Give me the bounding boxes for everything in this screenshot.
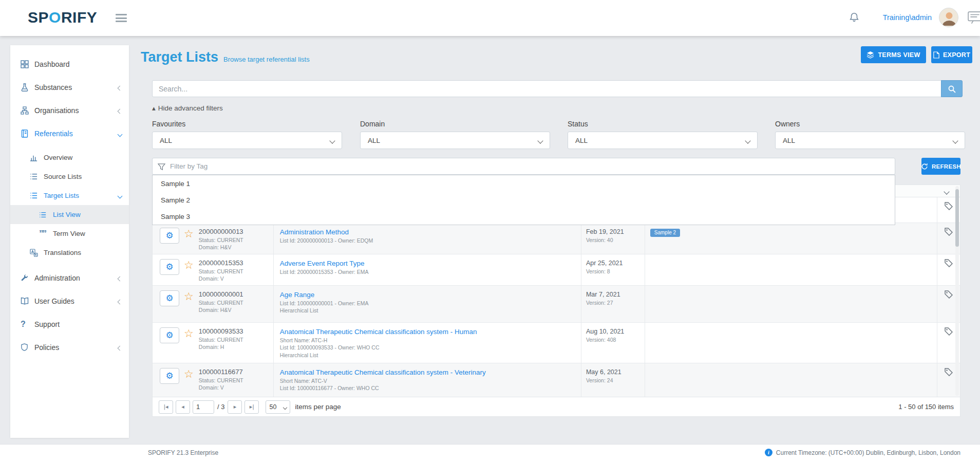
row-domain: Domain: H&V (199, 244, 243, 250)
favourite-star-icon[interactable]: ☆ (184, 328, 194, 339)
timezone-text: Current Timezone: (UTC+00:00) Dublin, Ed… (776, 449, 960, 456)
gear-icon: ⚙ (165, 331, 173, 340)
tag-filter-bar (152, 158, 895, 175)
favourite-star-icon[interactable]: ☆ (184, 260, 194, 271)
book-icon (21, 297, 34, 305)
caret-up-icon: ▴ (152, 104, 156, 112)
tag-icon[interactable] (945, 202, 953, 223)
first-page-button[interactable]: |◂ (159, 400, 173, 414)
chevron-left-icon (118, 274, 122, 282)
row-meta: List Id: 200000000013 - Owner: EDQM (280, 237, 581, 244)
owners-select-value: ALL (783, 137, 795, 144)
tag-option[interactable]: Sample 1 (153, 175, 895, 192)
sidebar-item-list-view[interactable]: List View (10, 205, 129, 224)
row-actions-button[interactable]: ⚙ (160, 368, 179, 384)
tag-icon[interactable] (945, 368, 953, 397)
sidebar-item-label: Term View (53, 230, 85, 237)
table-row[interactable]: ⚙ ☆ 200000015353 Status: CURRENT Domain:… (153, 254, 960, 286)
bar-chart-icon (30, 154, 44, 161)
prev-page-button[interactable]: ◂ (176, 400, 190, 414)
search-button[interactable] (941, 80, 963, 97)
avatar[interactable] (939, 8, 958, 27)
sidebar-item-organisations[interactable]: Organisations (10, 99, 129, 122)
tag-icon[interactable] (945, 228, 953, 254)
sidebar-item-label: Referentials (34, 130, 73, 138)
list-name-link[interactable]: Anatomical Therapeutic Chemical classifi… (280, 368, 581, 376)
sidebar-item-label: Translations (44, 249, 81, 256)
hamburger-menu-icon[interactable] (116, 14, 127, 24)
list-name-link[interactable]: Administration Method (280, 228, 581, 236)
domain-select[interactable]: ALL (360, 132, 550, 149)
sidebar-item-administration[interactable]: Administration (10, 266, 129, 289)
row-date: Aug 10, 2021 (586, 328, 645, 335)
export-file-icon (933, 51, 939, 59)
scrollbar-thumb[interactable] (955, 189, 959, 247)
row-actions-button[interactable]: ⚙ (160, 228, 179, 244)
row-meta: List Id: 100000116677 - Owner: WHO CC (280, 385, 581, 391)
list-name-link[interactable]: Age Range (280, 291, 581, 299)
refresh-label: REFRESH (932, 163, 961, 170)
chat-bubble-icon[interactable] (968, 11, 980, 25)
flask-icon (21, 83, 34, 91)
hide-advanced-filters-toggle[interactable]: ▴ Hide advanced filters (152, 104, 223, 112)
favourite-star-icon[interactable]: ☆ (184, 229, 194, 239)
favourite-star-icon[interactable]: ☆ (184, 291, 194, 302)
table-row[interactable]: ⚙ ☆ 100000000001 Status: CURRENT Domain:… (153, 286, 960, 323)
row-status: Status: CURRENT (199, 377, 243, 383)
items-per-page-select[interactable]: 50 (266, 400, 290, 414)
page-title-bar: Target Lists Browse target referential l… (141, 49, 310, 65)
tag-option[interactable]: Sample 3 (153, 208, 895, 225)
table-row[interactable]: ⚙ ☆ 100000116677 Status: CURRENT Domain:… (153, 363, 960, 397)
tag-icon[interactable] (945, 259, 953, 285)
owners-select[interactable]: ALL (775, 132, 965, 149)
user-menu[interactable]: Training\admin (867, 13, 932, 22)
chevron-left-icon (118, 83, 122, 91)
page-number-input[interactable] (193, 400, 214, 414)
list-id: 100000116677 (199, 368, 243, 376)
list-name-link[interactable]: Adverse Event Report Type (280, 260, 581, 267)
sidebar-item-substances[interactable]: Substances (10, 76, 129, 99)
sidebar-item-translations[interactable]: Translations (10, 243, 129, 262)
sidebar-item-user-guides[interactable]: User Guides (10, 289, 129, 312)
last-page-button[interactable]: ▸| (244, 400, 259, 414)
list-name-link[interactable]: Anatomical Therapeutic Chemical classifi… (280, 328, 581, 336)
row-actions-button[interactable]: ⚙ (160, 259, 179, 275)
sidebar-item-dashboard[interactable]: Dashboard (10, 52, 129, 76)
sidebar-item-referentials[interactable]: Referentials (10, 122, 129, 145)
chevron-left-icon (118, 343, 122, 352)
advanced-filters-label: Hide advanced filters (158, 104, 223, 112)
tag-option[interactable]: Sample 2 (153, 192, 895, 208)
table-row[interactable]: ⚙ ☆ 100000093533 Status: CURRENT Domain:… (153, 323, 960, 363)
row-actions-button[interactable]: ⚙ (160, 290, 179, 306)
next-page-button[interactable]: ▸ (228, 400, 242, 414)
column-options-chevron-icon[interactable] (945, 187, 949, 196)
top-header: SPORIFY Training\admin (0, 0, 980, 36)
sidebar-item-overview[interactable]: Overview (10, 148, 129, 167)
sidebar-item-source-lists[interactable]: Source Lists (10, 167, 129, 186)
table-row[interactable]: ⚙ ☆ 200000000013 Status: CURRENT Domain:… (153, 223, 960, 254)
page-title: Target Lists (141, 49, 218, 65)
favourites-select[interactable]: ALL (152, 132, 342, 149)
list-id: 200000015353 (199, 259, 243, 267)
domain-filter-label: Domain (360, 120, 385, 128)
favourite-star-icon[interactable]: ☆ (184, 369, 194, 380)
tag-icon[interactable] (945, 327, 953, 363)
tag-filter-input[interactable] (153, 158, 895, 174)
sidebar-item-support[interactable]: ? Support (10, 312, 129, 336)
sidebar-item-term-view[interactable]: ”” Term View (10, 224, 129, 243)
sidebar-item-policies[interactable]: Policies (10, 336, 129, 359)
search-bar (152, 80, 963, 97)
tag-icon[interactable] (945, 290, 953, 322)
export-button[interactable]: EXPORT (931, 46, 972, 63)
chevron-down-icon (746, 137, 750, 144)
notifications-bell-icon[interactable] (849, 12, 860, 23)
refresh-button[interactable]: REFRESH (921, 158, 960, 175)
row-actions-button[interactable]: ⚙ (160, 327, 179, 343)
status-select[interactable]: ALL (568, 132, 758, 149)
sidebar-item-target-lists[interactable]: Target Lists (10, 186, 129, 205)
sporify-logo[interactable]: SPORIFY (28, 9, 97, 26)
terms-view-button[interactable]: TERMS VIEW (861, 46, 926, 63)
search-input[interactable] (153, 81, 962, 97)
page-total: / 3 (217, 403, 224, 411)
table-scrollbar[interactable] (955, 186, 959, 396)
